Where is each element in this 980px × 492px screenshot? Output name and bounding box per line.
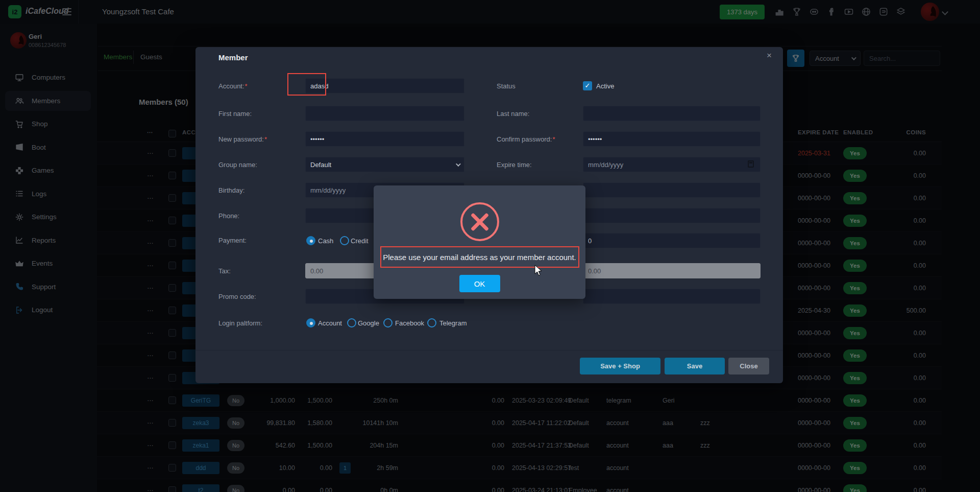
ok-button[interactable]: OK bbox=[459, 275, 500, 292]
status-label: Status bbox=[497, 82, 516, 90]
login-telegram-label: Telegram bbox=[439, 319, 467, 327]
expire-time-label: Expire time: bbox=[497, 161, 532, 169]
points-input[interactable] bbox=[583, 233, 761, 248]
tax-input-right bbox=[583, 263, 761, 278]
last-name-label: Last name: bbox=[497, 110, 529, 118]
login-facebook-label: Facebook bbox=[395, 319, 424, 327]
error-alert-dialog: Please use your email address as your me… bbox=[374, 185, 585, 299]
confirm-password-label: Confirm password:* bbox=[497, 135, 555, 143]
modal-close-icon[interactable]: × bbox=[764, 50, 775, 61]
promo-code-input-right[interactable] bbox=[583, 289, 761, 304]
login-account-label: Account bbox=[318, 319, 342, 327]
status-checkbox[interactable]: ✓ bbox=[583, 81, 592, 90]
payment-cash-radio[interactable] bbox=[306, 236, 315, 245]
login-facebook-radio[interactable] bbox=[383, 318, 393, 327]
account-input[interactable] bbox=[305, 78, 464, 93]
close-button[interactable]: Close bbox=[728, 358, 769, 374]
status-checkbox-label: Active bbox=[596, 82, 614, 90]
payment-credit-radio[interactable] bbox=[340, 236, 349, 245]
alert-message: Please use your email address as your me… bbox=[380, 246, 579, 268]
chevron-down-icon bbox=[456, 161, 461, 167]
new-password-input[interactable] bbox=[305, 131, 464, 147]
login-platform-label: Login paltform: bbox=[218, 319, 262, 327]
email-input[interactable] bbox=[583, 182, 761, 198]
payment-cash-label: Cash bbox=[318, 237, 333, 245]
account-label: Account:* bbox=[218, 82, 248, 90]
first-name-input[interactable] bbox=[305, 106, 464, 121]
group-name-select[interactable]: Default bbox=[305, 157, 464, 172]
login-telegram-radio[interactable] bbox=[427, 318, 436, 327]
mouse-cursor bbox=[534, 265, 544, 277]
promo-code-label: Promo code: bbox=[218, 293, 256, 300]
expire-time-input[interactable] bbox=[583, 157, 761, 172]
group-name-value: Default bbox=[310, 161, 331, 169]
login-google-radio[interactable] bbox=[347, 318, 356, 327]
new-password-label: New password:* bbox=[218, 135, 267, 143]
modal-title: Member bbox=[218, 53, 248, 62]
footer-divider bbox=[195, 350, 783, 350]
save-shop-button[interactable]: Save + Shop bbox=[580, 358, 660, 374]
payment-credit-label: Credit bbox=[351, 237, 369, 245]
last-name-input[interactable] bbox=[583, 106, 761, 121]
tax-label: Tax: bbox=[218, 267, 231, 275]
account-error-highlight bbox=[287, 73, 326, 96]
birthday-label: Birthday: bbox=[218, 186, 244, 194]
error-icon bbox=[460, 202, 499, 241]
calendar-icon[interactable] bbox=[748, 160, 754, 168]
icafecloud-app: i2 iCafeCloud Youngzsoft Test Cafe 1373 … bbox=[0, 0, 980, 492]
payment-label: Payment: bbox=[218, 237, 247, 244]
id-input[interactable] bbox=[583, 208, 761, 223]
confirm-password-input[interactable] bbox=[583, 131, 761, 147]
phone-label: Phone: bbox=[218, 212, 239, 220]
save-button[interactable]: Save bbox=[665, 358, 725, 374]
group-name-label: Group name: bbox=[218, 161, 257, 169]
login-account-radio[interactable] bbox=[306, 318, 315, 327]
login-google-label: Google bbox=[358, 319, 379, 327]
first-name-label: First name: bbox=[218, 110, 252, 118]
